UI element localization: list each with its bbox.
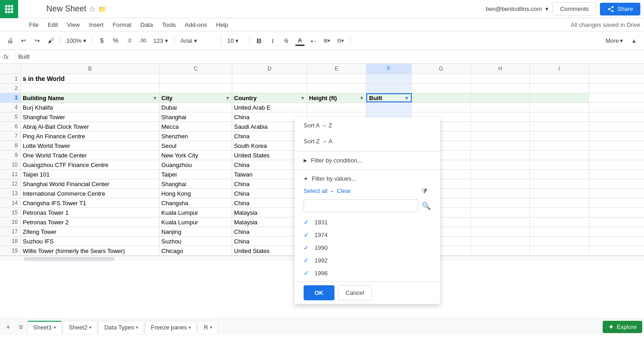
font-size-dropdown[interactable]: 10 ▾: [224, 34, 247, 47]
cell-h-7[interactable]: [471, 132, 530, 141]
cell-i-19[interactable]: [530, 246, 589, 255]
cell-h-6[interactable]: [471, 122, 530, 131]
cell-d3[interactable]: Country ▼: [232, 93, 307, 102]
cell-d2[interactable]: [232, 84, 307, 93]
filter-icon-c[interactable]: ▼: [225, 96, 230, 101]
col-header-h[interactable]: H: [471, 64, 530, 74]
cell-c-11[interactable]: Taipei: [160, 170, 232, 179]
star-icon[interactable]: ☆: [89, 5, 95, 13]
sheet-menu-button[interactable]: ≡: [15, 321, 27, 334]
cell-c-4[interactable]: Dubai: [160, 103, 232, 112]
cell-i-14[interactable]: [530, 198, 589, 207]
percent-button[interactable]: %: [109, 34, 122, 47]
cell-h-9[interactable]: [471, 151, 530, 160]
cell-b-10[interactable]: Guangzhou CTF Finance Centre: [21, 160, 160, 169]
cell-c-5[interactable]: Shanghai: [160, 112, 232, 121]
explore-button[interactable]: ✦ Explore: [603, 321, 642, 333]
borders-button[interactable]: ⊞▾: [321, 34, 334, 47]
cell-c-6[interactable]: Mecca: [160, 122, 232, 131]
cell-h-13[interactable]: [471, 189, 530, 198]
bold-button[interactable]: B: [253, 34, 265, 47]
cell-b-12[interactable]: Shanghai World Financial Center: [21, 179, 160, 188]
cell-b-8[interactable]: Lotte World Tower: [21, 141, 160, 150]
cell-c-8[interactable]: Seoul: [160, 141, 232, 150]
cell-c-7[interactable]: Shenzhen: [160, 132, 232, 141]
cell-b-4[interactable]: Burj Khalifa: [21, 103, 160, 112]
cell-d1[interactable]: [232, 74, 307, 83]
cell-i1[interactable]: [530, 74, 589, 83]
cell-h3[interactable]: [471, 93, 530, 102]
cell-i-10[interactable]: [530, 160, 589, 169]
italic-button[interactable]: I: [266, 34, 279, 47]
collapse-toolbar-button[interactable]: ▲: [628, 34, 640, 47]
search-icon[interactable]: 🔍: [422, 202, 431, 210]
filter-cancel-button[interactable]: Cancel: [338, 285, 372, 300]
cell-b3[interactable]: Building Name ▼: [21, 93, 160, 102]
menu-format[interactable]: Format: [108, 20, 136, 30]
share-button[interactable]: Share: [600, 3, 640, 15]
cell-e3[interactable]: Height (ft) ▼: [307, 93, 366, 102]
tab-freeze-panes[interactable]: Freeze panes ▾: [145, 321, 197, 334]
tab-freeze-panes-arrow[interactable]: ▾: [189, 325, 191, 330]
filter-icon-e[interactable]: ▼: [359, 96, 364, 101]
cell-c-14[interactable]: Changsha: [160, 198, 232, 207]
cell-i-15[interactable]: [530, 208, 589, 217]
filter-search-input[interactable]: [304, 199, 418, 212]
cell-i-18[interactable]: [530, 237, 589, 246]
cell-i-7[interactable]: [530, 132, 589, 141]
fill-color-button[interactable]: ⬥▾: [307, 34, 320, 47]
filter-ok-button[interactable]: OK: [304, 285, 334, 300]
filter-value-item[interactable]: ✓1990: [295, 241, 440, 254]
col-header-g[interactable]: G: [412, 64, 471, 74]
tab-sheet2-arrow[interactable]: ▾: [89, 325, 91, 330]
menu-addons[interactable]: Add-ons: [180, 20, 211, 30]
decimal-dec-button[interactable]: .00: [136, 34, 149, 47]
scroll-thumb[interactable]: [24, 257, 115, 261]
cell-g-4[interactable]: [412, 103, 471, 112]
strikethrough-button[interactable]: S: [280, 34, 293, 47]
merge-button[interactable]: ⊟▾: [334, 34, 347, 47]
cell-e2[interactable]: [307, 84, 366, 93]
cell-b-9[interactable]: One World Trade Center: [21, 151, 160, 160]
cell-c-16[interactable]: Kuala Lumpur: [160, 217, 232, 227]
menu-view[interactable]: View: [62, 20, 84, 30]
cell-f-4[interactable]: [366, 103, 412, 112]
text-color-button[interactable]: A: [294, 34, 306, 47]
cell-h-5[interactable]: [471, 112, 530, 121]
cell-g2[interactable]: [412, 84, 471, 93]
cell-h-8[interactable]: [471, 141, 530, 150]
menu-help[interactable]: Help: [211, 20, 233, 30]
cell-b-5[interactable]: Shanghai Tower: [21, 112, 160, 121]
font-name-dropdown[interactable]: Arial ▾: [177, 34, 218, 47]
cell-h-18[interactable]: [471, 237, 530, 246]
cell-h-14[interactable]: [471, 198, 530, 207]
filter-by-values-section[interactable]: ▼ Filter by values...: [295, 172, 440, 186]
cell-b-17[interactable]: Zifeng Tower: [21, 227, 160, 236]
tab-data-types[interactable]: Data Types ▾: [98, 321, 144, 334]
cell-f3[interactable]: Built ▼: [366, 93, 412, 102]
more-button[interactable]: More ▾: [602, 34, 627, 47]
add-sheet-button[interactable]: +: [2, 321, 15, 334]
cell-h-10[interactable]: [471, 160, 530, 169]
select-all-link[interactable]: Select all: [304, 187, 328, 196]
cell-c-19[interactable]: Chicago: [160, 246, 232, 255]
cell-b-7[interactable]: Ping An Finance Centre: [21, 132, 160, 141]
sort-za-option[interactable]: Sort Z → A: [295, 133, 440, 149]
cell-b-11[interactable]: Taipei 101: [21, 170, 160, 179]
tab-r[interactable]: R ▾: [198, 321, 218, 334]
cell-b-18[interactable]: Suzhou IFS: [21, 237, 160, 246]
filter-value-item[interactable]: ✓1931: [295, 216, 440, 228]
cell-i-11[interactable]: [530, 170, 589, 179]
filter-value-item[interactable]: ✓1974: [295, 228, 440, 241]
cell-h-12[interactable]: [471, 179, 530, 188]
menu-file[interactable]: File: [25, 20, 43, 30]
comments-button[interactable]: Comments: [552, 2, 596, 15]
tab-sheet2[interactable]: Sheet2 ▾: [63, 321, 97, 334]
cell-i2[interactable]: [530, 84, 589, 93]
cell-b-19[interactable]: Willis Tower (formerly the Sears Tower): [21, 246, 160, 255]
menu-insert[interactable]: Insert: [84, 20, 108, 30]
cell-g3[interactable]: [412, 93, 471, 102]
cell-i-12[interactable]: [530, 179, 589, 188]
col-header-c[interactable]: C: [160, 64, 232, 74]
filter-icon-b[interactable]: ▼: [153, 96, 157, 101]
